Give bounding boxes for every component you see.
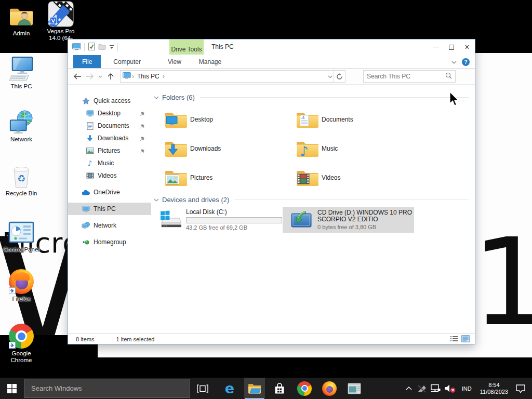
up-button[interactable] bbox=[104, 70, 117, 83]
desktop-icon-label: Admin bbox=[1, 30, 42, 37]
tab-view[interactable]: View bbox=[159, 55, 190, 68]
folder-tile-pictures[interactable]: Pictures bbox=[151, 163, 283, 192]
properties-icon[interactable] bbox=[88, 43, 95, 52]
tab-file[interactable]: File bbox=[73, 55, 101, 68]
address-bar[interactable]: › This PC › bbox=[120, 70, 334, 83]
refresh-icon[interactable] bbox=[334, 70, 345, 83]
group-rule bbox=[200, 97, 469, 98]
drive-tile-cd-drive[interactable]: CD Drive (D:) WINDOWS 10 PRO SCORPIO V2 … bbox=[283, 207, 414, 233]
chrome-icon bbox=[8, 323, 34, 349]
group-header-devices[interactable]: Devices and drives (2) bbox=[154, 194, 469, 205]
taskbar-firefox-button[interactable] bbox=[319, 378, 340, 399]
folder-label: Music bbox=[322, 145, 338, 152]
desktop-icon-this-pc[interactable]: This PC bbox=[1, 56, 42, 90]
taskbar-app-window-button[interactable] bbox=[344, 378, 365, 399]
tray-expand-icon[interactable] bbox=[403, 378, 415, 399]
desktop-icon-network[interactable]: Network bbox=[1, 109, 42, 143]
explorer-search-input[interactable] bbox=[367, 73, 445, 80]
sidebar-item-pictures[interactable]: Pictures bbox=[68, 144, 151, 157]
group-header-folders[interactable]: Folders (6) bbox=[154, 92, 469, 102]
language-indicator[interactable]: IND bbox=[458, 385, 476, 392]
network-icon bbox=[8, 109, 34, 135]
tab-computer[interactable]: Computer bbox=[105, 55, 149, 68]
pen-disabled-icon[interactable] bbox=[415, 378, 429, 399]
task-view-button[interactable] bbox=[192, 378, 213, 399]
start-button[interactable] bbox=[0, 378, 24, 399]
sidebar-item-label: Downloads bbox=[98, 135, 128, 142]
new-folder-icon[interactable] bbox=[98, 43, 106, 51]
volume-muted-icon[interactable] bbox=[443, 378, 458, 399]
sidebar-item-documents[interactable]: Documents bbox=[68, 119, 151, 132]
desktop-icon-google-chrome[interactable]: Google Chrome bbox=[1, 323, 42, 364]
shortcut-arrow-icon bbox=[9, 342, 16, 349]
search-icon[interactable] bbox=[445, 72, 452, 81]
sidebar-item-music[interactable]: ♪ Music bbox=[68, 157, 151, 169]
group-rule bbox=[234, 200, 469, 200]
taskbar-store-button[interactable] bbox=[269, 378, 290, 399]
tab-manage[interactable]: Manage bbox=[191, 55, 230, 68]
taskbar-file-explorer-button[interactable] bbox=[244, 378, 265, 399]
network-tray-icon[interactable] bbox=[429, 378, 443, 399]
breadcrumb-separator[interactable]: › bbox=[163, 73, 165, 80]
desktop-icon-admin[interactable]: Admin bbox=[1, 3, 42, 37]
sidebar-item-quick-access[interactable]: Quick access bbox=[68, 95, 151, 107]
drive-tile-local-disk[interactable]: Local Disk (C:) 43,2 GB free of 69,2 GB bbox=[151, 207, 283, 233]
forward-button[interactable] bbox=[84, 70, 96, 83]
breadcrumb-separator[interactable]: › bbox=[132, 73, 134, 80]
folder-tile-documents[interactable]: A Documents bbox=[283, 105, 414, 134]
desktop-icon-label-line2: Chrome bbox=[1, 357, 42, 364]
music-mini-icon: ♪ bbox=[86, 159, 94, 167]
collapse-chevron-icon[interactable] bbox=[154, 196, 159, 203]
desktop-icon-firefox[interactable]: Firefox bbox=[1, 269, 42, 302]
folder-label: Downloads bbox=[190, 145, 221, 152]
window-titlebar[interactable]: Drive Tools This PC × bbox=[68, 39, 475, 55]
recent-locations-icon[interactable] bbox=[96, 70, 104, 83]
minimize-button[interactable] bbox=[428, 39, 444, 55]
this-pc-icon bbox=[8, 56, 34, 82]
taskbar-search-box[interactable] bbox=[24, 379, 190, 398]
folder-tile-music[interactable]: ♪ Music bbox=[283, 134, 414, 163]
explorer-search-box[interactable] bbox=[363, 70, 456, 83]
sidebar-item-label: Videos bbox=[98, 172, 116, 179]
desktop-icon-vegas-pro[interactable]: Vegas Pro 14.0 (64- bbox=[41, 1, 81, 42]
taskbar-clock[interactable]: 8:54 11/08/2023 bbox=[476, 382, 512, 395]
folder-tile-videos[interactable]: Videos bbox=[283, 163, 414, 192]
breadcrumb[interactable]: This PC bbox=[137, 73, 159, 80]
taskbar-search-input[interactable] bbox=[24, 384, 190, 392]
folder-tile-downloads[interactable]: Downloads bbox=[151, 134, 283, 163]
collapse-chevron-icon[interactable] bbox=[154, 94, 159, 101]
taskbar-chrome-button[interactable] bbox=[294, 378, 315, 399]
desktop-icon-label: Recycle Bin bbox=[1, 190, 42, 197]
sidebar-item-this-pc[interactable]: This PC bbox=[68, 203, 151, 215]
pin-icon bbox=[140, 123, 145, 130]
help-icon[interactable]: ? bbox=[462, 58, 470, 66]
sidebar-item-downloads[interactable]: Downloads bbox=[68, 132, 151, 144]
desktop-icon-recycle-bin[interactable]: ♻ Recycle Bin bbox=[1, 163, 42, 197]
address-dropdown-icon[interactable] bbox=[328, 73, 332, 80]
large-icons-view-icon[interactable] bbox=[461, 335, 470, 343]
details-view-icon[interactable] bbox=[450, 335, 458, 343]
desktop-icon-control-panel[interactable]: Control Panel bbox=[1, 219, 42, 253]
qat-separator bbox=[117, 43, 118, 51]
folder-tile-desktop[interactable]: Desktop bbox=[151, 105, 283, 134]
ribbon-collapse-icon[interactable] bbox=[451, 58, 457, 65]
downloads-mini-icon bbox=[86, 134, 94, 142]
sidebar-item-desktop[interactable]: Desktop bbox=[68, 107, 151, 119]
sidebar-item-label: OneDrive bbox=[94, 189, 120, 196]
action-center-icon[interactable] bbox=[512, 378, 529, 399]
back-button[interactable] bbox=[71, 70, 84, 83]
qat-customize-icon[interactable] bbox=[109, 44, 114, 51]
sidebar-item-videos[interactable]: Videos bbox=[68, 169, 151, 182]
maximize-button[interactable] bbox=[444, 39, 459, 55]
svg-text:♻: ♻ bbox=[17, 173, 25, 184]
drive-tools-contextual-tab[interactable]: Drive Tools bbox=[169, 39, 204, 55]
close-button[interactable]: × bbox=[459, 39, 475, 55]
desktop-icon-label: Google bbox=[1, 350, 42, 357]
chrome-icon bbox=[297, 381, 312, 396]
sidebar-item-homegroup[interactable]: Homegroup bbox=[68, 236, 151, 248]
cd-drive-icon bbox=[290, 209, 313, 231]
pin-icon bbox=[140, 111, 145, 118]
sidebar-item-onedrive[interactable]: OneDrive bbox=[68, 186, 151, 198]
sidebar-item-network[interactable]: Network bbox=[68, 219, 151, 232]
taskbar-edge-button[interactable]: e bbox=[219, 378, 240, 399]
